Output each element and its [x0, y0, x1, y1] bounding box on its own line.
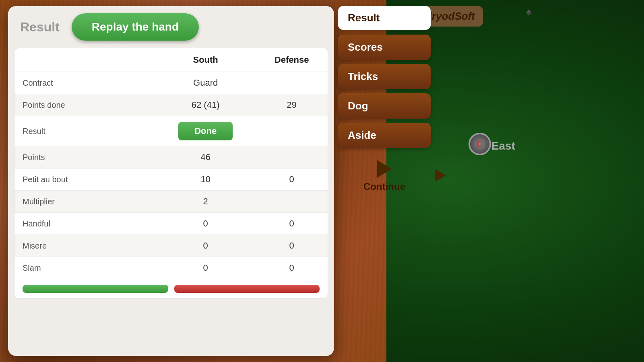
row-defense — [256, 116, 328, 146]
row-label: Points — [14, 146, 155, 169]
footer-green-button[interactable] — [23, 285, 168, 293]
expand-arrow[interactable] — [435, 169, 446, 182]
right-panel: Result ScoresTricksDogAside Continue — [338, 6, 431, 192]
continue-label: Continue — [363, 181, 405, 192]
modal-header: Result Replay the hand — [8, 6, 334, 48]
table-row: Points done62 (41)29 — [14, 94, 328, 116]
player-chip: D — [469, 133, 491, 155]
table-row: ContractGuard — [14, 72, 328, 94]
row-defense: 0 — [256, 169, 328, 191]
row-defense: 29 — [256, 94, 328, 116]
table-row: Points46 — [14, 146, 328, 169]
row-label: Slam — [14, 257, 155, 279]
continue-play-icon — [377, 160, 392, 178]
row-defense: 0 — [256, 213, 328, 235]
row-south: 62 (41) — [155, 94, 256, 116]
table-row: Slam00 — [14, 257, 328, 279]
row-label: Petit au bout — [14, 169, 155, 191]
row-south: 0 — [155, 257, 256, 279]
row-defense — [256, 72, 328, 94]
table-row: Misere00 — [14, 235, 328, 257]
nav-buttons: ScoresTricksDogAside — [338, 35, 431, 148]
row-label: Misere — [14, 235, 155, 257]
row-south: 46 — [155, 146, 256, 169]
row-defense: 0 — [256, 257, 328, 279]
table-row: Multiplier2 — [14, 191, 328, 213]
nav-btn-scores[interactable]: Scores — [338, 35, 431, 60]
table-row: Handful00 — [14, 213, 328, 235]
result-tab: Result — [338, 6, 431, 30]
nav-btn-dog[interactable]: Dog — [338, 93, 431, 119]
row-label: Result — [14, 116, 155, 146]
col-header-label — [14, 48, 155, 72]
table-row: Petit au bout100 — [14, 169, 328, 191]
footer-red-button[interactable] — [174, 285, 320, 293]
row-defense — [256, 191, 328, 213]
replay-button[interactable]: Replay the hand — [72, 13, 199, 41]
row-defense: 0 — [256, 235, 328, 257]
result-table: South Defense ContractGuardPoints done62… — [14, 48, 328, 279]
col-header-south: South — [155, 48, 256, 72]
nav-btn-aside[interactable]: Aside — [338, 123, 431, 148]
row-south: 0 — [155, 213, 256, 235]
row-label: Contract — [14, 72, 155, 94]
row-label: Multiplier — [14, 191, 155, 213]
spade-icon: ♠ — [526, 6, 531, 17]
row-south: 10 — [155, 169, 256, 191]
table-header-row: South Defense — [14, 48, 328, 72]
modal-title: Result — [20, 20, 60, 35]
row-south: Done — [155, 116, 256, 146]
direction-label: East — [491, 140, 515, 152]
table-footer — [14, 279, 328, 298]
result-modal: Result Replay the hand South Defense Con… — [8, 6, 334, 356]
table-row: ResultDone — [14, 116, 328, 146]
nav-btn-tricks[interactable]: Tricks — [338, 64, 431, 89]
row-defense — [256, 146, 328, 169]
row-label: Handful — [14, 213, 155, 235]
row-south: Guard — [155, 72, 256, 94]
row-south: 0 — [155, 235, 256, 257]
continue-section: Continue — [338, 160, 431, 192]
row-south: 2 — [155, 191, 256, 213]
player-label: D — [469, 133, 491, 155]
result-table-container: South Defense ContractGuardPoints done62… — [14, 48, 328, 299]
row-label: Points done — [14, 94, 155, 116]
done-button[interactable]: Done — [178, 122, 233, 140]
col-header-defense: Defense — [256, 48, 328, 72]
